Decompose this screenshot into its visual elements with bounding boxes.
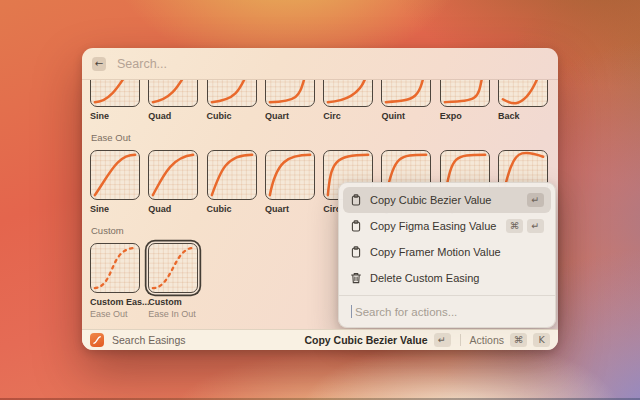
primary-action-label[interactable]: Copy Cubic Bezier Value [304,334,427,346]
app-name-label: Search Easings [112,334,186,346]
easing-cell: Quad [148,80,198,121]
action-label: Copy Cubic Bezier Value [370,194,519,206]
easing-card[interactable] [148,150,198,200]
shortcut-keys: ⌘↵ [506,219,544,233]
launcher-window: ← SineQuadCubicQuartCircQuintExpoBackEas… [82,48,558,350]
text-caret [351,305,352,318]
easing-label: Circ [323,111,341,121]
easing-card[interactable] [265,150,315,200]
easing-label: Expo [440,111,462,121]
return-key-badge: ↵ [434,333,451,347]
easings-app-icon [90,333,104,347]
easing-card[interactable] [265,80,315,107]
easing-cell: Quart [265,80,315,121]
easing-curve-thumbnail [266,80,314,106]
clipboard-icon [350,220,362,232]
actions-button[interactable]: Actions [470,334,504,346]
easing-label: Custom Eas... [90,297,150,307]
action-menu-item[interactable]: Copy Framer Motion Value [343,239,551,265]
easing-card[interactable] [207,80,257,107]
footer-divider [460,334,461,346]
easing-card[interactable] [148,243,198,293]
status-bar: Search Easings Copy Cubic Bezier Value ↵… [82,329,558,350]
easing-curve-thumbnail [382,80,430,106]
easing-subtitle: Ease In Out [148,309,196,319]
easing-label: Quart [265,111,289,121]
easing-curve-thumbnail [266,151,314,199]
easing-card[interactable] [440,80,490,107]
easing-card[interactable] [498,80,548,107]
search-input[interactable] [115,56,548,72]
search-header: ← [82,48,558,80]
action-menu-item[interactable]: Copy Figma Easing Value⌘↵ [343,213,551,239]
actions-search-placeholder: Search for actions... [353,306,457,318]
easing-subtitle: Ease Out [90,309,128,319]
easing-row: SineQuadCubicQuartCircQuintExpoBack [90,80,550,121]
section-header: Ease Out [91,133,550,143]
easing-card[interactable] [381,80,431,107]
action-menu-item[interactable]: Copy Cubic Bezier Value↵ [343,187,551,213]
easing-label: Sine [90,111,109,121]
easing-curve-thumbnail [499,80,547,106]
easing-curve-thumbnail [149,80,197,106]
key-badge: ↵ [527,193,544,207]
key-badge: ↵ [527,219,544,233]
easing-label: Quart [265,204,289,214]
easing-curve-thumbnail [91,244,139,292]
actions-search-input[interactable]: Search for actions... [339,295,555,327]
action-menu-item[interactable]: Delete Custom Easing [343,265,551,291]
action-label: Delete Custom Easing [370,272,536,284]
easing-curve-thumbnail [91,80,139,106]
easing-cell: Quart [265,150,315,214]
arrow-left-icon: ← [95,57,103,71]
easing-curve-thumbnail [149,151,197,199]
easing-label: Custom [148,297,182,307]
easing-card[interactable] [323,80,373,107]
desktop-wallpaper: ← SineQuadCubicQuartCircQuintExpoBackEas… [0,0,640,400]
easing-cell: Cubic [207,150,257,214]
easing-card[interactable] [90,150,140,200]
easing-card[interactable] [207,150,257,200]
easing-card[interactable] [90,80,140,107]
easing-label: Back [498,111,520,121]
easing-cell: Circ [323,80,373,121]
easing-cell: Cubic [207,80,257,121]
easing-label: Cubic [207,204,232,214]
easing-cell: Custom Eas...Ease Out [90,243,140,319]
easing-label: Quad [148,111,171,121]
easing-cell: Back [498,80,548,121]
easing-curve-thumbnail [441,80,489,106]
actions-menu-items: Copy Cubic Bezier Value↵Copy Figma Easin… [339,183,555,295]
easing-curve-thumbnail [149,244,197,292]
trash-icon [350,272,362,284]
clipboard-icon [350,246,362,258]
clipboard-icon [350,194,362,206]
easing-curve-thumbnail [208,151,256,199]
back-button[interactable]: ← [92,57,106,71]
easing-cell: Quad [148,150,198,214]
easing-card[interactable] [148,80,198,107]
easing-section: SineQuadCubicQuartCircQuintExpoBack [90,80,550,121]
easing-card[interactable] [90,243,140,293]
easing-curve-thumbnail [324,80,372,106]
actions-menu: Copy Cubic Bezier Value↵Copy Figma Easin… [338,182,556,328]
easing-label: Quint [381,111,405,121]
action-label: Copy Figma Easing Value [370,220,498,232]
easing-label: Quad [148,204,171,214]
key-badge: ⌘ [506,219,523,233]
easing-cell: Sine [90,80,140,121]
k-key-badge: K [533,333,550,347]
easing-cell: CustomEase In Out [148,243,198,319]
easing-label: Sine [90,204,109,214]
easing-cell: Expo [440,80,490,121]
easing-cell: Quint [381,80,431,121]
action-label: Copy Framer Motion Value [370,246,536,258]
easing-label: Cubic [207,111,232,121]
shortcut-keys: ↵ [527,193,544,207]
easing-curve-thumbnail [91,151,139,199]
command-key-badge: ⌘ [510,333,527,347]
easing-cell: Sine [90,150,140,214]
easing-curve-thumbnail [208,80,256,106]
